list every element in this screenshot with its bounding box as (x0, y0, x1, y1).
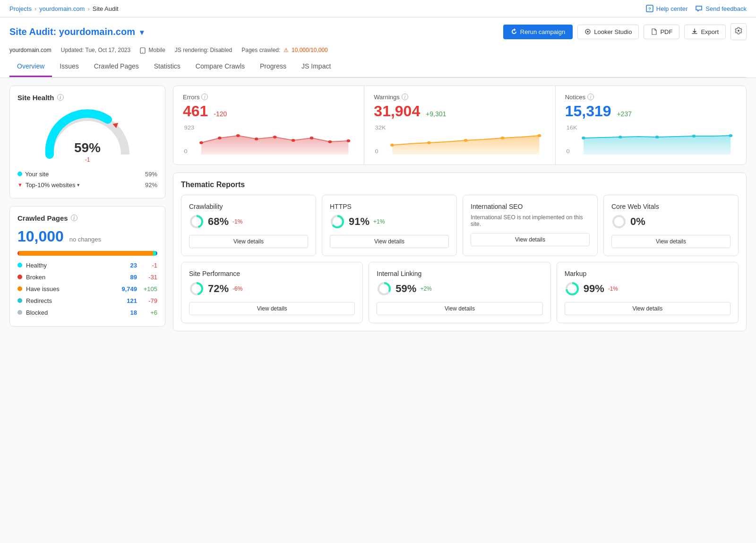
svg-text:?: ? (648, 7, 651, 11)
rerun-icon (511, 28, 517, 35)
crawlability-donut (189, 214, 204, 229)
svg-point-17 (328, 140, 332, 143)
svg-point-26 (538, 134, 541, 137)
svg-text:0: 0 (566, 149, 569, 154)
errors-delta: -120 (214, 110, 227, 118)
stat-broken: Broken 89 -31 (17, 271, 157, 283)
breadcrumb-sep2: › (87, 5, 89, 12)
breadcrumb-sep1: › (34, 5, 36, 12)
tab-crawled-pages[interactable]: Crawled Pages (86, 57, 146, 77)
gauge-container: 59% -1 (17, 107, 157, 163)
pb-orange (19, 251, 153, 256)
tab-js-impact[interactable]: JS Impact (294, 57, 338, 77)
rerun-campaign-button[interactable]: Rerun campaign (503, 25, 573, 39)
svg-point-33 (692, 135, 696, 138)
breadcrumb-domain[interactable]: yourdomain.com (39, 5, 85, 12)
report-markup: Markup 99% -1% View details (557, 262, 739, 323)
tab-issues[interactable]: Issues (52, 57, 86, 77)
metrics-row: Errors i 461 -120 923 0 (173, 86, 747, 165)
tab-compare-crawls[interactable]: Compare Crawls (188, 57, 252, 77)
internal-linking-view-details-button[interactable]: View details (377, 302, 542, 315)
stat-have-issues: Have issues 9,749 +105 (17, 283, 157, 295)
send-feedback-button[interactable]: Send feedback (695, 5, 747, 12)
report-https: HTTPS 91% +1% View details (322, 195, 457, 256)
svg-point-15 (292, 139, 295, 142)
crawled-pages-info-icon[interactable]: i (71, 215, 77, 221)
svg-point-24 (464, 139, 468, 142)
stat-redirects: Redirects 121 -79 (17, 295, 157, 307)
https-donut (330, 214, 345, 229)
svg-text:16K: 16K (566, 125, 577, 130)
header-row1: Site Audit: yourdomain.com ▾ Rerun campa… (9, 23, 747, 40)
warnings-info-icon[interactable]: i (402, 94, 408, 100)
looker-studio-button[interactable]: Looker Studio (577, 25, 639, 39)
page-title: Site Audit: yourdomain.com ▾ (9, 26, 144, 37)
tab-statistics[interactable]: Statistics (146, 57, 188, 77)
have-issues-dot (17, 286, 22, 291)
export-button[interactable]: Export (684, 25, 726, 39)
crawled-pages-card: Crawled Pages i 10,000 no changes Health… (9, 206, 165, 327)
crawlability-view-details-button[interactable]: View details (189, 235, 308, 248)
svg-point-11 (218, 137, 222, 139)
header-meta: yourdomain.com Updated: Tue, Oct 17, 202… (9, 44, 747, 57)
core-web-vitals-view-details-button[interactable]: View details (611, 235, 730, 248)
blocked-dot (17, 310, 22, 315)
svg-point-5 (142, 52, 143, 53)
svg-text:923: 923 (184, 125, 195, 130)
svg-point-10 (199, 141, 203, 144)
top-actions: ? Help center Send feedback (646, 5, 747, 12)
report-site-performance: Site Performance 72% -6% View details (181, 262, 363, 323)
pdf-icon (651, 28, 657, 35)
warnings-delta: +9,301 (426, 110, 446, 118)
warnings-value-row: 31,904 +9,301 (374, 103, 545, 120)
your-site-value: 59% (145, 171, 157, 178)
errors-label: Errors i (183, 94, 354, 101)
tab-progress[interactable]: Progress (252, 57, 294, 77)
https-view-details-button[interactable]: View details (330, 235, 449, 248)
tab-overview[interactable]: Overview (9, 57, 52, 77)
redirects-dot (17, 298, 22, 303)
left-panel: Site Health i 59% -1 (9, 86, 165, 331)
markup-view-details-button[interactable]: View details (565, 302, 730, 315)
settings-button[interactable] (730, 23, 747, 40)
help-icon: ? (646, 5, 653, 12)
svg-text:0: 0 (375, 149, 378, 154)
svg-point-31 (619, 136, 622, 138)
notices-label: Notices i (565, 94, 737, 101)
pdf-button[interactable]: PDF (644, 25, 679, 39)
site-health-info-icon[interactable]: i (57, 94, 64, 101)
notices-info-icon[interactable]: i (587, 94, 594, 100)
report-international-seo: International SEO International SEO is n… (463, 195, 598, 256)
core-web-vitals-donut (611, 214, 627, 229)
international-seo-view-details-button[interactable]: View details (471, 233, 590, 246)
top-sites-dropdown[interactable]: ▾ (77, 182, 80, 188)
svg-point-30 (582, 137, 585, 139)
meta-pages-count: 10,000/10,000 (292, 47, 328, 53)
report-internal-linking: Internal Linking 59% +2% View details (369, 262, 550, 323)
healthy-dot (17, 263, 22, 267)
errors-info-icon[interactable]: i (201, 94, 208, 100)
help-center-button[interactable]: ? Help center (646, 5, 687, 12)
warnings-label: Warnings i (374, 94, 545, 101)
svg-marker-21 (392, 136, 539, 155)
header-buttons: Rerun campaign Looker Studio PDF Export (503, 23, 747, 40)
warnings-card: Warnings i 31,904 +9,301 32K 0 (364, 86, 555, 164)
meta-domain: yourdomain.com (9, 47, 52, 53)
meta-mobile: Mobile (140, 47, 165, 54)
svg-point-39 (613, 216, 625, 227)
svg-point-13 (255, 138, 258, 140)
thematic-reports-section: Thematic Reports Crawlability 68% -1% Vi… (173, 172, 747, 331)
export-icon (691, 28, 698, 35)
gauge-percentage: 59% (74, 140, 101, 155)
internal-linking-donut (377, 281, 392, 296)
breadcrumb-projects[interactable]: Projects (9, 5, 32, 12)
svg-point-23 (427, 141, 431, 144)
svg-point-22 (390, 144, 394, 147)
top-sites-legend: ▼ Top-10% websites ▾ 92% (17, 180, 157, 190)
errors-card: Errors i 461 -120 923 0 (173, 86, 364, 164)
domain-dropdown-arrow[interactable]: ▾ (140, 28, 144, 36)
top-sites-triangle: ▼ (17, 182, 23, 188)
errors-value-row: 461 -120 (183, 103, 354, 120)
top-bar: Projects › yourdomain.com › Site Audit ?… (0, 0, 756, 17)
site-performance-view-details-button[interactable]: View details (189, 302, 355, 315)
